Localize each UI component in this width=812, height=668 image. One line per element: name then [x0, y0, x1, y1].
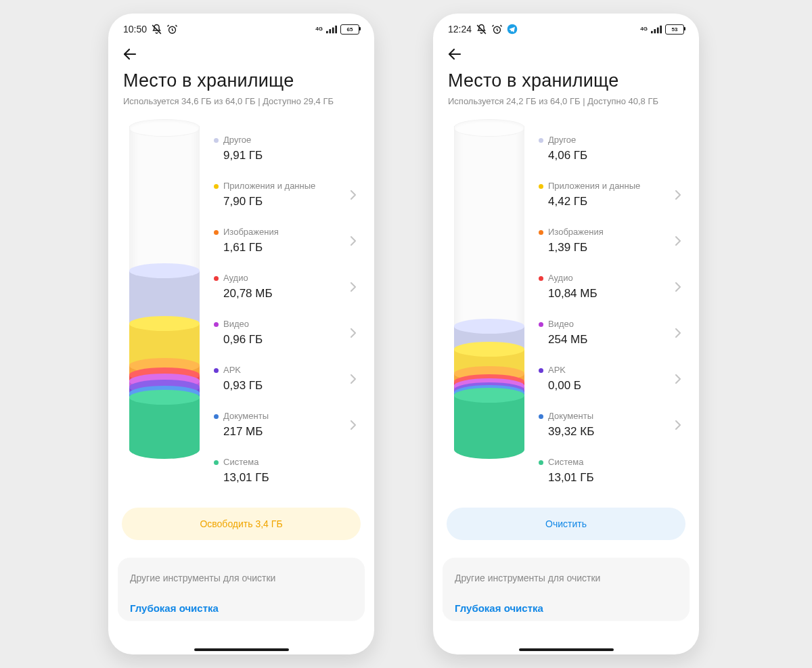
back-button[interactable] [445, 45, 464, 64]
category-name: Изображения [214, 227, 347, 238]
4g-icon: 4G [315, 26, 323, 32]
category-value: 0,93 ГБ [214, 379, 347, 393]
category-row: Система13,01 ГБ [214, 448, 359, 494]
category-value: 0,96 ГБ [214, 333, 347, 347]
category-row[interactable]: Документы217 МБ [214, 402, 359, 448]
category-label: Документы [223, 411, 269, 422]
page-title: Место в хранилище [123, 70, 359, 91]
clean-button[interactable]: Освободить 3,4 ГБ [122, 508, 361, 540]
category-name: Документы [539, 411, 672, 422]
category-value: 1,39 ГБ [539, 241, 672, 254]
home-indicator[interactable] [519, 648, 614, 651]
svg-rect-10 [651, 30, 653, 33]
chevron-right-icon [672, 190, 684, 200]
category-value: 10,84 МБ [539, 287, 672, 300]
category-dot [214, 322, 219, 327]
category-row[interactable]: Приложения и данные7,90 ГБ [214, 172, 359, 218]
chevron-right-icon [347, 420, 359, 430]
categories-list: Другое9,91 ГБПриложения и данные7,90 ГБИ… [214, 126, 359, 494]
status-bar: 12:244G53 [433, 14, 699, 39]
category-dot [539, 414, 543, 419]
phone-frame: 12:244G53Место в хранилищеИспользуется 2… [433, 14, 699, 654]
back-button[interactable] [120, 45, 139, 64]
category-value: 20,78 МБ [214, 287, 347, 300]
category-dot [214, 138, 219, 143]
category-dot [214, 276, 219, 281]
category-row[interactable]: Изображения1,61 ГБ [214, 218, 359, 264]
category-dot [539, 368, 543, 373]
mute-icon [476, 24, 487, 35]
category-dot [539, 184, 543, 189]
category-label: Приложения и данные [223, 181, 315, 192]
deep-clean-link[interactable]: Глубокая очистка [130, 602, 353, 614]
status-bar: 10:504G65 [108, 14, 374, 39]
svg-rect-11 [654, 29, 656, 33]
category-row: Система13,01 ГБ [539, 448, 684, 494]
signal-icon [651, 25, 662, 34]
categories-list: Другое4,06 ГБПриложения и данные4,42 ГБИ… [539, 126, 684, 494]
chevron-right-icon [347, 236, 359, 246]
category-dot [214, 460, 219, 465]
category-name: Видео [214, 319, 347, 330]
category-name: Приложения и данные [214, 181, 347, 192]
alarm-icon [491, 24, 503, 35]
alarm-icon [166, 24, 178, 35]
category-name: Система [214, 457, 347, 468]
status-time: 12:24 [448, 24, 472, 35]
category-value: 9,91 ГБ [214, 149, 347, 162]
cyl-segment [129, 397, 200, 459]
category-name: Аудио [539, 273, 672, 284]
phone-frame: 10:504G65Место в хранилищеИспользуется 3… [108, 14, 374, 654]
chevron-right-icon [347, 190, 359, 200]
category-row[interactable]: Видео254 МБ [539, 310, 684, 356]
category-value: 13,01 ГБ [214, 471, 347, 485]
chevron-right-icon [672, 374, 684, 384]
category-row[interactable]: Изображения1,39 ГБ [539, 218, 684, 264]
category-value: 13,01 ГБ [539, 471, 672, 485]
category-value: 1,61 ГБ [214, 241, 347, 254]
svg-rect-12 [657, 27, 659, 33]
chevron-right-icon [347, 282, 359, 292]
category-value: 0,00 Б [539, 379, 672, 393]
category-dot [539, 460, 543, 465]
category-label: Изображения [223, 227, 279, 238]
category-value: 217 МБ [214, 425, 347, 439]
category-label: Видео [223, 319, 249, 330]
chevron-right-icon [672, 420, 684, 430]
category-row[interactable]: APK0,93 ГБ [214, 356, 359, 402]
category-row[interactable]: APK0,00 Б [539, 356, 684, 402]
category-name: Изображения [539, 227, 672, 238]
category-name: Приложения и данные [539, 181, 672, 192]
category-dot [539, 276, 543, 281]
svg-rect-2 [326, 30, 328, 33]
category-row[interactable]: Видео0,96 ГБ [214, 310, 359, 356]
home-indicator[interactable] [194, 648, 289, 651]
category-label: APK [223, 365, 241, 376]
category-name: Документы [214, 411, 347, 422]
category-label: Система [548, 457, 583, 468]
category-row[interactable]: Аудио10,84 МБ [539, 264, 684, 310]
category-label: Другое [548, 135, 576, 146]
signal-icon [326, 25, 337, 34]
category-name: Аудио [214, 273, 347, 284]
mute-icon [151, 24, 162, 35]
telegram-icon [507, 24, 518, 35]
other-tools-title: Другие инструменты для очистки [130, 573, 353, 583]
chevron-right-icon [347, 328, 359, 338]
clean-button-label: Очистить [545, 518, 587, 529]
status-time: 10:50 [123, 24, 147, 35]
clean-button[interactable]: Очистить [447, 508, 685, 540]
category-row[interactable]: Приложения и данные4,42 ГБ [539, 172, 684, 218]
category-label: Документы [548, 411, 593, 422]
category-value: 254 МБ [539, 333, 672, 347]
chevron-right-icon [672, 236, 684, 246]
other-tools-card: Другие инструменты для очисткиГлубокая о… [443, 558, 690, 621]
category-dot [214, 184, 219, 189]
category-row[interactable]: Документы39,32 КБ [539, 402, 684, 448]
deep-clean-link[interactable]: Глубокая очистка [455, 602, 677, 614]
page-subtitle: Используется 24,2 ГБ из 64,0 ГБ | Доступ… [448, 95, 684, 108]
category-row[interactable]: Аудио20,78 МБ [214, 264, 359, 310]
category-name: Другое [214, 135, 347, 146]
category-dot [214, 230, 219, 235]
storage-cylinder [129, 126, 198, 459]
